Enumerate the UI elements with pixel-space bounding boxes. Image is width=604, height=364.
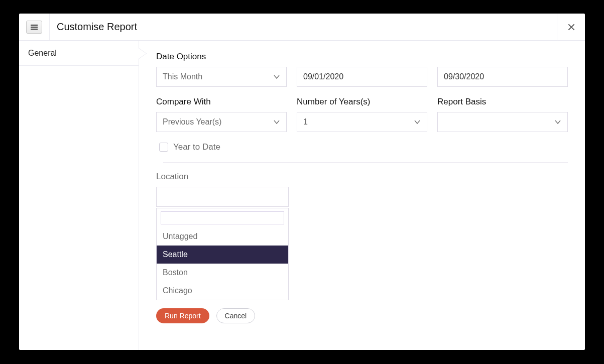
chevron-down-icon bbox=[273, 118, 280, 126]
location-block: Location UntaggedSeattleBostonChicago bbox=[156, 172, 568, 300]
report-basis-label: Report Basis bbox=[437, 97, 568, 107]
date-range-value: This Month bbox=[163, 72, 202, 81]
close-icon bbox=[568, 24, 575, 31]
menu-button[interactable] bbox=[26, 21, 42, 34]
location-search-input[interactable] bbox=[161, 211, 284, 224]
sidebar-item-label: General bbox=[28, 49, 57, 58]
num-years-select[interactable]: 1 bbox=[297, 112, 427, 132]
location-select[interactable] bbox=[156, 187, 289, 207]
chevron-down-icon bbox=[414, 118, 421, 126]
location-option[interactable]: Seattle bbox=[157, 246, 288, 264]
ytd-label: Year to Date bbox=[173, 142, 220, 152]
compare-with-label: Compare With bbox=[156, 97, 287, 107]
dialog-header: Customise Report bbox=[19, 14, 585, 41]
chevron-down-icon bbox=[273, 73, 280, 80]
sidebar-item-general[interactable]: General bbox=[19, 41, 139, 66]
date-range-select[interactable]: This Month bbox=[156, 67, 287, 87]
run-report-button[interactable]: Run Report bbox=[156, 308, 209, 323]
date-end-value: 09/30/2020 bbox=[444, 72, 484, 81]
divider bbox=[49, 14, 50, 40]
run-report-label: Run Report bbox=[165, 312, 201, 320]
ytd-checkbox[interactable] bbox=[159, 143, 168, 152]
menu-icon bbox=[31, 25, 38, 30]
cancel-button[interactable]: Cancel bbox=[216, 308, 256, 323]
date-start-value: 09/01/2020 bbox=[303, 72, 343, 81]
dialog-title: Customise Report bbox=[57, 21, 137, 33]
date-options-row: This Month 09/01/2020 09/30/2020 bbox=[156, 67, 568, 87]
divider bbox=[163, 162, 568, 163]
date-end-input[interactable]: 09/30/2020 bbox=[437, 67, 568, 87]
location-option[interactable]: Boston bbox=[157, 264, 288, 282]
num-years-label: Number of Years(s) bbox=[297, 97, 427, 107]
chevron-down-icon bbox=[554, 118, 561, 126]
ytd-row: Year to Date bbox=[159, 142, 568, 152]
location-dropdown: UntaggedSeattleBostonChicago bbox=[156, 208, 289, 300]
sidebar: General bbox=[19, 41, 139, 350]
num-years-value: 1 bbox=[303, 117, 308, 127]
main-panel: Date Options This Month 09/01/2020 bbox=[139, 41, 585, 350]
date-start-input[interactable]: 09/01/2020 bbox=[297, 67, 427, 87]
cancel-label: Cancel bbox=[225, 312, 247, 320]
location-label: Location bbox=[156, 172, 568, 182]
location-option[interactable]: Chicago bbox=[157, 282, 288, 300]
close-button[interactable] bbox=[557, 14, 585, 41]
dialog-actions: Run Report Cancel bbox=[156, 308, 568, 323]
dialog-body: General Date Options This Month 09/01/20… bbox=[19, 41, 585, 350]
location-option[interactable]: Untagged bbox=[157, 227, 288, 246]
report-basis-select[interactable] bbox=[437, 112, 568, 132]
date-options-label: Date Options bbox=[156, 52, 568, 62]
dialog-customise-report: Customise Report General Date Options Th… bbox=[19, 14, 585, 350]
compare-with-value: Previous Year(s) bbox=[163, 117, 221, 127]
compare-row: Compare With Previous Year(s) Number of … bbox=[156, 97, 568, 132]
compare-with-select[interactable]: Previous Year(s) bbox=[156, 112, 287, 132]
